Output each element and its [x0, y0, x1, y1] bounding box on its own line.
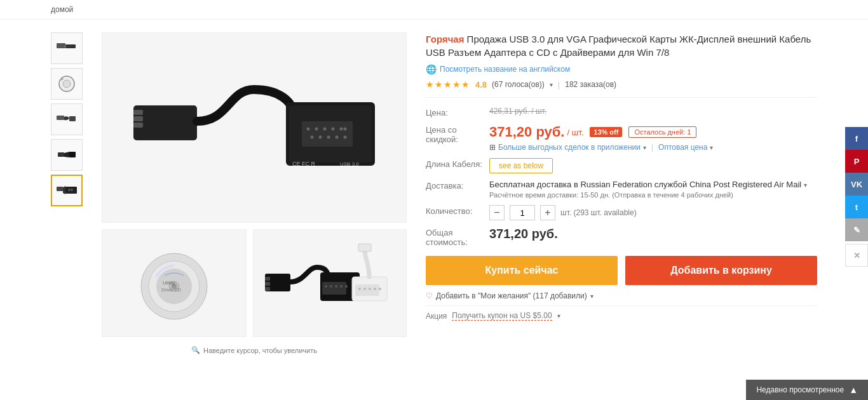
- svg-point-50: [330, 285, 332, 288]
- svg-rect-2: [64, 46, 66, 47]
- pinterest-btn[interactable]: P: [845, 150, 868, 173]
- days-left-badge: Осталось дней: 1: [628, 126, 696, 138]
- quantity-input[interactable]: [510, 205, 535, 220]
- shipping-dropdown-icon[interactable]: ▾: [804, 182, 807, 189]
- add-to-cart-button[interactable]: Добавить в корзину: [625, 256, 817, 285]
- promo-row: Акция Получить купон на US $5.00 ▾: [426, 305, 817, 321]
- quantity-row: Количество: − + шт. (293 шт. available): [426, 205, 817, 220]
- vk-icon: VK: [851, 180, 862, 189]
- quantity-increase-btn[interactable]: +: [540, 205, 555, 220]
- quantity-decrease-btn[interactable]: −: [489, 205, 505, 220]
- svg-rect-9: [69, 152, 76, 157]
- svg-point-60: [379, 288, 381, 290]
- facebook-btn[interactable]: f: [845, 127, 868, 150]
- home-link[interactable]: домой: [51, 5, 73, 14]
- svg-text:Utility: Utility: [163, 280, 175, 286]
- magnify-hint: 🔍 Наведите курсор, чтобы увеличить: [102, 346, 407, 354]
- title-text: Продажа USB 3.0 для VGA Графической Карт…: [426, 34, 811, 58]
- wholesale-link[interactable]: Оптовая цена: [658, 143, 707, 152]
- wishlist-row[interactable]: ♡ Добавить в "Мои желания" (117 добавили…: [426, 291, 817, 300]
- recently-viewed-bar[interactable]: Недавно просмотренное ▲: [746, 380, 868, 400]
- sale-price-value: 371,20 руб. / шт. 13% off Осталось дней:…: [489, 124, 817, 152]
- thumb-3[interactable]: [51, 103, 83, 135]
- rating-row: ★★★★★ 4.8 (67 голоса(ов)) ▾ | 182 заказа…: [426, 79, 817, 98]
- svg-rect-46: [265, 287, 270, 291]
- promo-dropdown-icon[interactable]: ▾: [557, 312, 560, 319]
- svg-rect-17: [133, 123, 143, 128]
- svg-rect-8: [58, 152, 64, 157]
- svg-point-26: [344, 128, 347, 131]
- svg-text:USB 3.0: USB 3.0: [340, 161, 359, 167]
- vk-btn[interactable]: VK: [845, 173, 868, 196]
- svg-rect-55: [355, 284, 379, 296]
- delivery-row: Доставка: Бесплатная доставка в Russian …: [426, 180, 817, 199]
- wishlist-dropdown-icon[interactable]: ▾: [590, 293, 593, 300]
- svg-point-29: [327, 136, 330, 139]
- shipping-label: Доставка:: [426, 180, 489, 190]
- svg-point-57: [363, 288, 366, 290]
- svg-point-27: [311, 136, 314, 139]
- sub-image-cd: Utility Driver CD: [102, 229, 247, 337]
- rating-count[interactable]: (67 голоса(ов)): [492, 80, 545, 89]
- svg-rect-44: [265, 277, 270, 281]
- thumb-4[interactable]: [51, 139, 83, 171]
- deals-link[interactable]: Больше выгодных сделок в приложении: [498, 143, 641, 152]
- shipping-main-text: Бесплатная доставка в Russian Federation…: [489, 180, 807, 189]
- promo-label: Акция: [426, 312, 447, 321]
- recently-viewed-arrow-icon: ▲: [849, 385, 858, 395]
- svg-text:CE FC R: CE FC R: [292, 161, 316, 167]
- svg-rect-20: [302, 121, 353, 147]
- twitter-btn[interactable]: t: [845, 196, 868, 218]
- svg-point-56: [358, 288, 361, 290]
- deals-dropdown-icon[interactable]: ▾: [643, 144, 646, 151]
- shipping-time: Расчётное время доставки: 15-50 дн. (Отп…: [489, 191, 807, 199]
- quantity-control: − + шт. (293 шт. available): [489, 205, 637, 220]
- price-sale-row: 371,20 руб. / шт. 13% off Осталось дней:…: [489, 124, 817, 140]
- sub-image-both: [253, 229, 407, 337]
- sale-price-label: Цена со скидкой:: [426, 124, 489, 144]
- translate-link[interactable]: 🌐 Посмотреть название на английском: [426, 64, 817, 74]
- action-buttons: Купить сейчас Добавить в корзину: [426, 256, 817, 285]
- rating-dropdown-icon[interactable]: ▾: [550, 81, 553, 88]
- thumb-1[interactable]: [51, 32, 83, 64]
- pinterest-icon: P: [854, 157, 860, 166]
- cable-option-btn[interactable]: see as below: [489, 158, 553, 173]
- svg-rect-0: [57, 43, 65, 48]
- price-label: Цена:: [426, 107, 489, 117]
- edit-btn[interactable]: ✎: [845, 218, 868, 241]
- cable-label: Длина Кабеля:: [426, 158, 489, 169]
- svg-point-28: [319, 136, 322, 139]
- sale-price-row: Цена со скидкой: 371,20 руб. / шт. 13% o…: [426, 124, 817, 152]
- star-icons: ★★★★★: [426, 79, 470, 90]
- close-icon: ✕: [853, 251, 860, 260]
- edit-icon: ✎: [853, 225, 860, 235]
- thumb-5-active[interactable]: [51, 175, 83, 206]
- svg-point-22: [315, 128, 318, 131]
- svg-point-12: [68, 189, 71, 191]
- original-price: 426,31 руб. / шт.: [489, 107, 546, 116]
- svg-point-25: [340, 128, 343, 131]
- svg-point-4: [63, 80, 71, 88]
- svg-point-30: [336, 136, 339, 139]
- social-close-btn[interactable]: ✕: [845, 244, 868, 267]
- svg-rect-10: [57, 187, 63, 191]
- qr-icon: ⊞: [489, 143, 496, 152]
- deals-row: ⊞ Больше выгодных сделок в приложении ▾ …: [489, 143, 817, 152]
- svg-rect-45: [265, 282, 270, 286]
- svg-point-13: [71, 189, 73, 191]
- translate-icon: 🌐: [426, 64, 437, 74]
- svg-rect-61: [358, 244, 371, 251]
- quantity-label: Количество:: [426, 205, 489, 216]
- main-product-image: CE FC R USB 3.0: [102, 32, 407, 223]
- top-nav: домой: [0, 0, 868, 20]
- wholesale-dropdown-icon[interactable]: ▾: [710, 144, 713, 151]
- buy-now-button[interactable]: Купить сейчас: [426, 256, 618, 285]
- svg-rect-6: [57, 116, 64, 120]
- facebook-icon: f: [855, 134, 858, 143]
- svg-point-51: [335, 285, 337, 288]
- svg-point-31: [344, 136, 347, 139]
- thumb-2[interactable]: [51, 68, 83, 100]
- svg-point-53: [345, 285, 348, 288]
- promo-link[interactable]: Получить купон на US $5.00: [452, 311, 552, 321]
- discount-badge: 13% off: [590, 127, 622, 137]
